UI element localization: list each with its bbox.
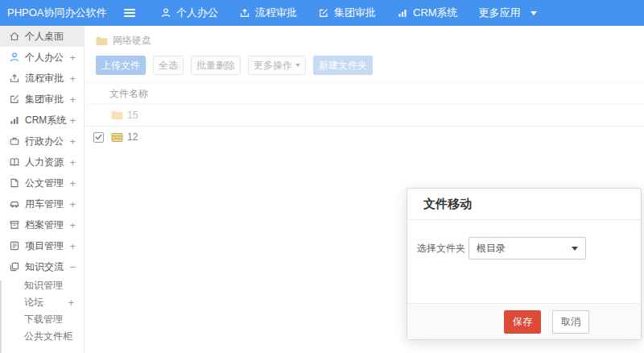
sidebar-subitem-label: 论坛 [24,296,43,309]
topnav-workflow-approval[interactable]: 流程审批 [229,0,308,26]
document-icon [9,177,20,189]
select-folder-label: 选择文件夹 [417,242,465,255]
sidebar-item-label: 人力资源 [25,156,64,169]
chart-icon [9,114,20,126]
sidebar-item-crm-system[interactable]: CRM系统 + [0,110,84,131]
breadcrumb[interactable]: 网络硬盘 [85,26,644,49]
file-name-column-header: 文件名称 [85,83,644,104]
sidebar-item-label: 行政办公 [25,135,64,148]
user-icon [160,7,171,19]
table-row-folder-15[interactable]: 15 [85,104,644,126]
sidebar-item-personal-desktop[interactable]: 个人桌面 [0,26,84,47]
sidebar-subitem-download-management[interactable]: 下载管理 [0,311,84,328]
sidebar-item-admin-office[interactable]: 行政办公 + [0,131,84,152]
book-icon [9,156,20,168]
file-move-dialog: 文件移动 选择文件夹 根目录 保存 取消 [407,188,642,340]
topnav-group-approval[interactable]: 集团审批 [308,0,386,26]
dialog-footer: 保存 取消 [407,303,641,339]
expand-indicator: + [68,297,74,309]
sidebar-item-label: 个人桌面 [25,30,64,44]
sidebar-subitem-forum[interactable]: 论坛 + [0,294,84,311]
cancel-button[interactable]: 取消 [552,310,589,334]
select-all-button[interactable]: 全选 [153,56,184,75]
topnav-label: 集团审批 [334,6,376,20]
sidebar-item-knowledge-exchange[interactable]: 知识交流 − [0,256,84,277]
caret-down-icon [572,247,578,251]
topnav-label: 流程审批 [255,6,297,20]
more-actions-label: 更多操作 [254,59,292,73]
sidebar-subitem-knowledge-management[interactable]: 知识管理 [0,277,84,294]
home-icon [9,31,20,42]
chart-icon [397,7,408,19]
sidebar-item-group-approval[interactable]: 集团审批 + [0,89,84,110]
sidebar-item-human-resources[interactable]: 人力资源 + [0,152,84,172]
batch-delete-button[interactable]: 批量删除 [191,56,241,75]
expand-indicator: + [69,135,76,147]
expand-indicator: + [69,198,76,210]
expand-indicator: + [69,52,76,64]
sidebar-item-label: 个人办公 [25,51,64,64]
app-logo: PHPOA协同办公软件 [0,6,89,20]
sidebar-item-label: 用车管理 [25,197,64,211]
file-name: 15 [127,110,138,121]
sidebar-item-project-management[interactable]: 项目管理 + [0,235,84,256]
topnav-more-apps[interactable]: 更多应用 [469,0,547,26]
folder-select[interactable]: 根目录 [469,237,586,260]
expand-indicator: + [69,240,76,252]
caret-down-icon [295,64,300,67]
sidebar-item-archive-management[interactable]: 档案管理 + [0,214,84,235]
sidebar-item-personal-office[interactable]: 个人办公 + [0,47,84,68]
topnav-label: CRM系统 [413,6,458,20]
sidebar-item-label: 档案管理 [25,218,64,232]
sidebar-subitem-label: 公共文件柜 [24,330,72,343]
folder-icon [111,110,123,120]
sidebar-scrollbar[interactable] [0,280,2,353]
file-name: 12 [127,131,138,143]
row-checkbox-checked[interactable] [93,132,104,143]
file-table: 文件名称 15 12 [85,82,644,147]
topnav-personal-office[interactable]: 个人办公 [150,0,229,26]
upload-file-button[interactable]: 上传文件 [96,56,146,75]
table-row-file-12[interactable]: 12 [85,126,644,147]
archive-file-icon [111,132,123,143]
edit-icon [9,93,20,105]
sidebar-item-label: CRM系统 [25,114,66,127]
menu-toggle-icon[interactable] [124,9,135,17]
expand-indicator: + [69,177,76,189]
sidebar-item-label: 公文管理 [25,176,64,190]
expand-indicator: + [69,156,76,168]
more-actions-button[interactable]: 更多操作 [248,56,306,75]
sidebar-subitem-public-file-cabinet[interactable]: 公共文件柜 [0,328,84,345]
edit-icon [318,7,329,19]
upload-icon [9,73,20,84]
layers-icon [9,261,20,272]
expand-indicator: + [69,93,76,106]
car-icon [9,198,20,210]
new-folder-button[interactable]: 新建文件夹 [313,56,373,75]
top-navigation: 个人办公 流程审批 集团审批 CRM系统 更多应用 [150,0,547,26]
caret-down-icon [530,11,537,15]
sidebar-item-document-management[interactable]: 公文管理 + [0,172,84,193]
briefcase-icon [9,135,20,147]
sidebar: 个人桌面 个人办公 + 流程审批 + 集团审批 + CRM系统 + 行政办公 + [0,26,85,353]
list-icon [9,240,20,251]
sidebar-subitem-label: 下载管理 [24,313,63,326]
expand-indicator: + [69,219,76,231]
sidebar-item-label: 集团审批 [25,93,64,106]
save-button[interactable]: 保存 [504,310,541,334]
upload-icon [239,7,250,19]
topnav-label: 个人办公 [176,6,218,20]
breadcrumb-label: 网络硬盘 [113,34,151,48]
sidebar-item-workflow-approval[interactable]: 流程审批 + [0,68,84,89]
user-icon [9,52,20,63]
expand-indicator: + [69,114,76,127]
sidebar-subitem-label: 知识管理 [24,279,63,293]
folder-select-value: 根目录 [477,242,506,255]
dialog-title: 文件移动 [407,189,641,220]
expand-indicator: + [69,73,76,85]
folder-icon [96,36,108,46]
topnav-crm-system[interactable]: CRM系统 [386,0,469,26]
topbar: PHPOA协同办公软件 个人办公 流程审批 集团审批 CRM系统 [0,0,644,26]
sidebar-item-vehicle-management[interactable]: 用车管理 + [0,193,84,214]
collapse-indicator: − [69,261,76,273]
